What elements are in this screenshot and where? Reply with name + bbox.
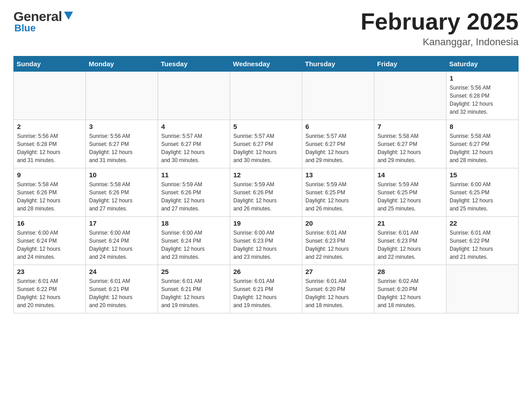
day-number: 7 — [378, 123, 443, 130]
title-block: February 2025 Kananggar, Indonesia — [360, 9, 519, 48]
calendar-cell: 6Sunrise: 5:57 AM Sunset: 6:27 PM Daylig… — [302, 120, 374, 168]
day-number: 19 — [233, 219, 299, 227]
calendar-week-row: 1Sunrise: 5:56 AM Sunset: 6:28 PM Daylig… — [14, 72, 519, 120]
calendar-table: SundayMondayTuesdayWednesdayThursdayFrid… — [13, 56, 519, 313]
calendar-cell: 15Sunrise: 6:00 AM Sunset: 6:25 PM Dayli… — [446, 168, 519, 217]
day-number: 24 — [89, 268, 154, 275]
calendar-header-wednesday: Wednesday — [230, 56, 302, 72]
logo-blue-text: Blue — [13, 22, 36, 34]
day-number: 17 — [89, 219, 154, 227]
day-number: 20 — [305, 219, 371, 227]
location-title: Kananggar, Indonesia — [360, 36, 519, 48]
day-number: 15 — [450, 171, 515, 179]
calendar-week-row: 9Sunrise: 5:58 AM Sunset: 6:26 PM Daylig… — [14, 168, 519, 217]
day-info: Sunrise: 5:59 AM Sunset: 6:26 PM Dayligh… — [233, 180, 299, 213]
day-info: Sunrise: 5:57 AM Sunset: 6:27 PM Dayligh… — [161, 132, 227, 164]
calendar-cell — [374, 72, 446, 120]
day-info: Sunrise: 5:59 AM Sunset: 6:26 PM Dayligh… — [161, 180, 227, 213]
day-number: 25 — [161, 268, 227, 275]
day-info: Sunrise: 5:58 AM Sunset: 6:26 PM Dayligh… — [17, 180, 82, 213]
calendar-header-thursday: Thursday — [302, 56, 374, 72]
calendar-cell: 17Sunrise: 6:00 AM Sunset: 6:24 PM Dayli… — [86, 217, 158, 265]
calendar-header-sunday: Sunday — [14, 56, 86, 72]
calendar-cell — [446, 265, 519, 313]
day-info: Sunrise: 6:00 AM Sunset: 6:24 PM Dayligh… — [89, 229, 154, 261]
calendar-cell — [158, 72, 230, 120]
day-number: 12 — [233, 171, 299, 179]
calendar-cell: 5Sunrise: 5:57 AM Sunset: 6:27 PM Daylig… — [230, 120, 302, 168]
calendar-header-tuesday: Tuesday — [158, 56, 230, 72]
day-info: Sunrise: 6:01 AM Sunset: 6:22 PM Dayligh… — [450, 229, 515, 261]
day-info: Sunrise: 5:58 AM Sunset: 6:26 PM Dayligh… — [89, 180, 154, 213]
day-info: Sunrise: 5:59 AM Sunset: 6:25 PM Dayligh… — [305, 180, 371, 213]
calendar-cell: 24Sunrise: 6:01 AM Sunset: 6:21 PM Dayli… — [86, 265, 158, 313]
calendar-cell — [302, 72, 374, 120]
calendar-header-friday: Friday — [374, 56, 446, 72]
day-info: Sunrise: 5:57 AM Sunset: 6:27 PM Dayligh… — [233, 132, 299, 164]
day-number: 3 — [89, 123, 154, 130]
day-info: Sunrise: 5:58 AM Sunset: 6:27 PM Dayligh… — [450, 132, 515, 164]
calendar-cell: 21Sunrise: 6:01 AM Sunset: 6:23 PM Dayli… — [374, 217, 446, 265]
day-number: 14 — [378, 171, 443, 179]
day-number: 26 — [233, 268, 299, 275]
day-number: 4 — [161, 123, 227, 130]
calendar-cell — [230, 72, 302, 120]
calendar-cell: 13Sunrise: 5:59 AM Sunset: 6:25 PM Dayli… — [302, 168, 374, 217]
day-number: 8 — [450, 123, 515, 130]
day-info: Sunrise: 5:56 AM Sunset: 6:27 PM Dayligh… — [89, 132, 154, 164]
calendar-cell: 2Sunrise: 5:56 AM Sunset: 6:28 PM Daylig… — [14, 120, 86, 168]
calendar-cell — [14, 72, 86, 120]
calendar-cell: 25Sunrise: 6:01 AM Sunset: 6:21 PM Dayli… — [158, 265, 230, 313]
calendar-week-row: 2Sunrise: 5:56 AM Sunset: 6:28 PM Daylig… — [14, 120, 519, 168]
logo-general-text: General — [13, 9, 62, 24]
day-info: Sunrise: 6:00 AM Sunset: 6:24 PM Dayligh… — [17, 229, 82, 261]
day-info: Sunrise: 5:58 AM Sunset: 6:27 PM Dayligh… — [378, 132, 443, 164]
day-number: 11 — [161, 171, 227, 179]
day-info: Sunrise: 5:56 AM Sunset: 6:28 PM Dayligh… — [17, 132, 82, 164]
calendar-cell: 4Sunrise: 5:57 AM Sunset: 6:27 PM Daylig… — [158, 120, 230, 168]
calendar-cell: 19Sunrise: 6:00 AM Sunset: 6:23 PM Dayli… — [230, 217, 302, 265]
calendar-cell: 9Sunrise: 5:58 AM Sunset: 6:26 PM Daylig… — [14, 168, 86, 217]
calendar-cell: 18Sunrise: 6:00 AM Sunset: 6:24 PM Dayli… — [158, 217, 230, 265]
day-info: Sunrise: 6:01 AM Sunset: 6:21 PM Dayligh… — [89, 277, 154, 309]
day-info: Sunrise: 6:00 AM Sunset: 6:24 PM Dayligh… — [161, 229, 227, 261]
day-info: Sunrise: 5:59 AM Sunset: 6:25 PM Dayligh… — [378, 180, 443, 213]
day-info: Sunrise: 5:57 AM Sunset: 6:27 PM Dayligh… — [305, 132, 371, 164]
calendar-cell: 12Sunrise: 5:59 AM Sunset: 6:26 PM Dayli… — [230, 168, 302, 217]
calendar-header-row: SundayMondayTuesdayWednesdayThursdayFrid… — [14, 56, 519, 72]
day-info: Sunrise: 6:01 AM Sunset: 6:23 PM Dayligh… — [378, 229, 443, 261]
calendar-week-row: 16Sunrise: 6:00 AM Sunset: 6:24 PM Dayli… — [14, 217, 519, 265]
calendar-cell: 26Sunrise: 6:01 AM Sunset: 6:21 PM Dayli… — [230, 265, 302, 313]
calendar-cell: 3Sunrise: 5:56 AM Sunset: 6:27 PM Daylig… — [86, 120, 158, 168]
calendar-cell: 11Sunrise: 5:59 AM Sunset: 6:26 PM Dayli… — [158, 168, 230, 217]
calendar-cell: 16Sunrise: 6:00 AM Sunset: 6:24 PM Dayli… — [14, 217, 86, 265]
calendar-cell: 28Sunrise: 6:02 AM Sunset: 6:20 PM Dayli… — [374, 265, 446, 313]
day-info: Sunrise: 6:00 AM Sunset: 6:25 PM Dayligh… — [450, 180, 515, 213]
calendar-cell: 10Sunrise: 5:58 AM Sunset: 6:26 PM Dayli… — [86, 168, 158, 217]
calendar-cell: 14Sunrise: 5:59 AM Sunset: 6:25 PM Dayli… — [374, 168, 446, 217]
day-number: 5 — [233, 123, 299, 130]
calendar-cell: 23Sunrise: 6:01 AM Sunset: 6:22 PM Dayli… — [14, 265, 86, 313]
day-info: Sunrise: 6:01 AM Sunset: 6:20 PM Dayligh… — [305, 277, 371, 309]
day-number: 10 — [89, 171, 154, 179]
day-number: 22 — [450, 219, 515, 227]
calendar-header-saturday: Saturday — [446, 56, 519, 72]
day-number: 21 — [378, 219, 443, 227]
svg-marker-0 — [64, 12, 73, 20]
day-number: 23 — [17, 268, 82, 275]
day-number: 6 — [305, 123, 371, 130]
day-info: Sunrise: 5:56 AM Sunset: 6:28 PM Dayligh… — [450, 84, 515, 116]
calendar-cell: 22Sunrise: 6:01 AM Sunset: 6:22 PM Dayli… — [446, 217, 519, 265]
day-info: Sunrise: 6:01 AM Sunset: 6:21 PM Dayligh… — [161, 277, 227, 309]
day-info: Sunrise: 6:01 AM Sunset: 6:22 PM Dayligh… — [17, 277, 82, 309]
calendar-cell: 20Sunrise: 6:01 AM Sunset: 6:23 PM Dayli… — [302, 217, 374, 265]
calendar-cell: 27Sunrise: 6:01 AM Sunset: 6:20 PM Dayli… — [302, 265, 374, 313]
calendar-cell: 8Sunrise: 5:58 AM Sunset: 6:27 PM Daylig… — [446, 120, 519, 168]
day-number: 28 — [378, 268, 443, 275]
calendar-cell — [86, 72, 158, 120]
logo: General Blue — [13, 9, 75, 34]
day-info: Sunrise: 6:02 AM Sunset: 6:20 PM Dayligh… — [378, 277, 443, 309]
day-number: 16 — [17, 219, 82, 227]
day-number: 27 — [305, 268, 371, 275]
month-title: February 2025 — [360, 9, 519, 34]
